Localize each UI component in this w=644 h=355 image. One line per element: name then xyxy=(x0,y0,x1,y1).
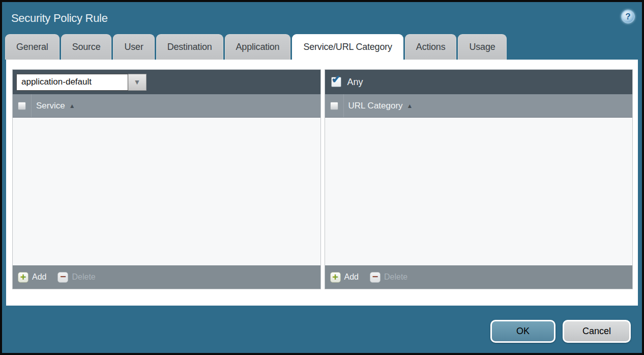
tab-strip: General Source User Destination Applicat… xyxy=(5,34,642,60)
url-category-list xyxy=(325,118,633,265)
url-category-column-label: URL Category xyxy=(348,101,403,111)
add-icon: + xyxy=(18,272,28,283)
tab-content: application-default ▼ Service ▲ xyxy=(6,60,638,306)
tab-user[interactable]: User xyxy=(113,34,154,60)
url-category-panel: ✔ Any URL Category ▲ xyxy=(325,69,633,289)
cancel-button[interactable]: Cancel xyxy=(563,320,631,343)
dropdown-arrow-icon[interactable]: ▼ xyxy=(128,74,147,91)
service-list xyxy=(13,118,320,265)
ok-button[interactable]: OK xyxy=(490,320,555,343)
url-category-select-all-checkbox[interactable] xyxy=(330,102,338,110)
title-bar: Security Policy Rule ? xyxy=(2,2,642,34)
tab-usage[interactable]: Usage xyxy=(458,34,506,60)
service-delete-button[interactable]: − Delete xyxy=(57,272,95,283)
any-checkbox[interactable]: ✔ xyxy=(331,77,341,87)
service-column-header[interactable]: Service ▲ xyxy=(32,94,75,117)
service-select-all-checkbox[interactable] xyxy=(18,102,26,110)
check-mark-icon: ✔ xyxy=(332,74,341,85)
service-panel-toolbar: application-default ▼ xyxy=(13,70,320,94)
url-category-add-button[interactable]: + Add xyxy=(330,272,359,283)
tab-source[interactable]: Source xyxy=(61,34,112,60)
service-table-header: Service ▲ xyxy=(13,94,320,118)
delete-icon: − xyxy=(57,272,68,283)
dialog-title: Security Policy Rule xyxy=(11,12,108,25)
service-column-label: Service xyxy=(36,101,65,111)
any-label: Any xyxy=(347,77,363,88)
delete-icon: − xyxy=(370,272,380,283)
service-add-button[interactable]: + Add xyxy=(18,272,46,283)
tab-service-url-category[interactable]: Service/URL Category xyxy=(292,34,403,60)
security-policy-rule-dialog: Security Policy Rule ? General Source Us… xyxy=(0,0,644,355)
service-type-dropdown[interactable]: application-default ▼ xyxy=(16,74,147,91)
tab-application[interactable]: Application xyxy=(225,34,291,60)
url-category-panel-toolbar: ✔ Any xyxy=(325,70,633,94)
add-icon: + xyxy=(330,272,341,283)
url-category-column-header[interactable]: URL Category ▲ xyxy=(344,94,413,117)
sort-ascending-icon: ▲ xyxy=(407,102,413,110)
service-panel-footer: + Add − Delete xyxy=(13,265,320,289)
service-type-dropdown-value[interactable]: application-default xyxy=(16,74,128,91)
url-category-table-header: URL Category ▲ xyxy=(325,94,633,118)
tab-actions[interactable]: Actions xyxy=(405,34,457,60)
dialog-actions: OK Cancel xyxy=(490,320,631,343)
help-icon[interactable]: ? xyxy=(621,10,635,23)
tab-destination[interactable]: Destination xyxy=(156,34,223,60)
url-category-panel-footer: + Add − Delete xyxy=(325,265,633,289)
tab-general[interactable]: General xyxy=(5,34,60,60)
service-panel: application-default ▼ Service ▲ xyxy=(12,69,321,289)
url-category-delete-button[interactable]: − Delete xyxy=(370,272,407,283)
sort-ascending-icon: ▲ xyxy=(69,102,75,110)
